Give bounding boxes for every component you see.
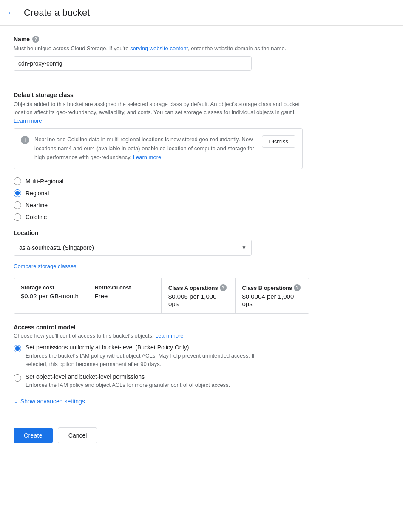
create-button[interactable]: Create	[14, 428, 53, 443]
main-content: Name ? Must be unique across Cloud Stora…	[0, 26, 323, 454]
advanced-settings-link[interactable]: ⌄ Show advanced settings	[14, 398, 309, 405]
back-button[interactable]: ←	[7, 6, 19, 19]
info-icon: i	[21, 136, 29, 144]
acl-fine-grained-label: Set object-level and bucket-level permis…	[26, 373, 230, 380]
acl-fine-grained-row: Set object-level and bucket-level permis…	[14, 373, 309, 389]
location-section: Location asia-southeast1 (Singapore) us-…	[14, 229, 309, 256]
pricing-cell-storage: Storage cost $0.02 per GB-month	[14, 278, 88, 313]
acl-fine-grained-desc: Enforces the IAM policy and object ACLs …	[26, 381, 230, 389]
name-section: Name ? Must be unique across Cloud Stora…	[14, 36, 309, 71]
radio-multi-regional-label: Multi-Regional	[26, 178, 63, 185]
cancel-button[interactable]: Cancel	[58, 427, 98, 443]
location-label: Location	[14, 229, 309, 236]
divider-2	[14, 417, 309, 417]
acl-bucket-policy-only-input[interactable]	[14, 345, 21, 352]
footer-buttons: Create Cancel	[14, 427, 309, 443]
storage-class-description: Objects added to this bucket are assigne…	[14, 100, 309, 125]
info-box-text: Nearline and Coldline data in multi-regi…	[34, 135, 257, 162]
divider-1	[14, 81, 309, 81]
pricing-class-a-value: $0.005 per 1,000 ops	[168, 293, 228, 307]
pricing-class-b-header: Class B operations ?	[242, 284, 303, 291]
class-b-help-icon[interactable]: ?	[294, 284, 301, 291]
access-control-learn-more-link[interactable]: Learn more	[155, 332, 183, 339]
storage-class-section: Default storage class Objects added to t…	[14, 92, 309, 314]
radio-coldline[interactable]: Coldline	[14, 213, 309, 221]
name-description: Must be unique across Cloud Storage. If …	[14, 44, 309, 53]
serving-website-link[interactable]: serving website content	[130, 45, 188, 51]
info-box-learn-more-link[interactable]: Learn more	[133, 154, 161, 160]
pricing-class-b-value: $0.0004 per 1,000 ops	[242, 293, 303, 307]
pricing-cell-retrieval: Retrieval cost Free	[88, 278, 162, 313]
pricing-retrieval-header: Retrieval cost	[95, 284, 155, 291]
acl-option-bucket-row: Set permissions uniformly at bucket-leve…	[14, 344, 309, 368]
storage-class-radio-group: Multi-Regional Regional Nearline Coldlin…	[14, 177, 309, 221]
radio-coldline-input[interactable]	[14, 213, 21, 221]
chevron-down-icon: ⌄	[14, 398, 18, 404]
location-select[interactable]: asia-southeast1 (Singapore) us-central1 …	[14, 240, 252, 256]
radio-regional-label: Regional	[26, 190, 49, 197]
acl-option-bucket-policy-only: Set permissions uniformly at bucket-leve…	[14, 344, 309, 368]
pricing-cell-class-b: Class B operations ? $0.0004 per 1,000 o…	[236, 278, 309, 313]
acl-bucket-policy-only-desc: Enforces the bucket's IAM policy without…	[26, 352, 272, 368]
pricing-cell-class-a: Class A operations ? $0.005 per 1,000 op…	[162, 278, 236, 313]
pricing-class-a-header: Class A operations ?	[168, 284, 228, 291]
compare-storage-link[interactable]: Compare storage classes	[14, 263, 76, 269]
radio-nearline-input[interactable]	[14, 201, 21, 209]
acl-fine-grained-input[interactable]	[14, 374, 21, 382]
access-control-description: Choose how you'll control access to this…	[14, 332, 309, 339]
acl-bucket-policy-only-label: Set permissions uniformly at bucket-leve…	[26, 344, 272, 351]
storage-class-learn-more-link[interactable]: Learn more	[14, 117, 42, 124]
pricing-retrieval-value: Free	[95, 292, 155, 300]
bucket-name-input[interactable]	[14, 56, 252, 71]
page-title: Create a bucket	[24, 7, 90, 18]
radio-multi-regional-input[interactable]	[14, 177, 21, 185]
advanced-settings-section: ⌄ Show advanced settings	[14, 398, 309, 405]
radio-multi-regional[interactable]: Multi-Regional	[14, 177, 309, 185]
name-help-icon[interactable]: ?	[32, 36, 39, 43]
access-control-section: Access control model Choose how you'll c…	[14, 324, 309, 389]
info-box: i Nearline and Coldline data in multi-re…	[14, 128, 303, 169]
pricing-table: Storage cost $0.02 per GB-month Retrieva…	[14, 278, 309, 314]
page-header: ← Create a bucket	[0, 0, 403, 26]
access-control-title: Access control model	[14, 324, 309, 331]
name-label: Name ?	[14, 36, 309, 43]
radio-coldline-label: Coldline	[26, 214, 47, 220]
class-a-help-icon[interactable]: ?	[220, 284, 227, 291]
pricing-storage-value: $0.02 per GB-month	[21, 292, 81, 300]
advanced-settings-label: Show advanced settings	[20, 398, 85, 405]
radio-nearline-label: Nearline	[26, 202, 48, 209]
back-icon: ←	[7, 8, 15, 17]
acl-fine-grained-content: Set object-level and bucket-level permis…	[26, 373, 230, 389]
acl-option-fine-grained: Set object-level and bucket-level permis…	[14, 373, 309, 389]
radio-nearline[interactable]: Nearline	[14, 201, 309, 209]
radio-regional[interactable]: Regional	[14, 189, 309, 197]
radio-regional-input[interactable]	[14, 189, 21, 197]
acl-bucket-policy-only-content: Set permissions uniformly at bucket-leve…	[26, 344, 272, 368]
dismiss-button[interactable]: Dismiss	[262, 135, 296, 148]
pricing-storage-header: Storage cost	[21, 284, 81, 291]
storage-class-label: Default storage class	[14, 92, 309, 98]
location-select-wrapper: asia-southeast1 (Singapore) us-central1 …	[14, 240, 252, 256]
